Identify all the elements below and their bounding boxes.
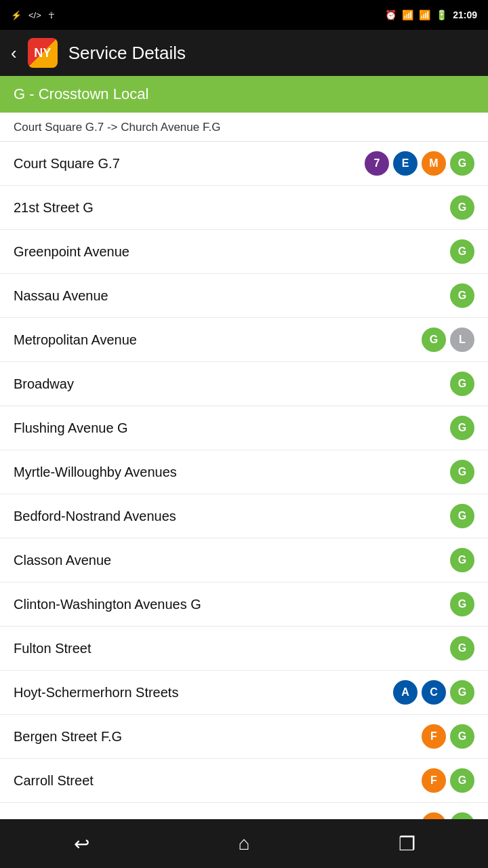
nav-recent-button[interactable]: ❒ (325, 819, 488, 868)
route-label: G - Crosstown Local (14, 85, 148, 102)
station-name: Court Square G.7 (14, 156, 365, 172)
station-row[interactable]: Bedford-Nostrand AvenuesG (0, 494, 488, 538)
page-title: Service Details (68, 43, 186, 64)
content-area: G - Crosstown Local Court Square G.7 -> … (0, 76, 488, 868)
station-list: Court Square G.77EMG21st Street GGGreenp… (0, 142, 488, 847)
battery-icon: 🔋 (436, 9, 447, 20)
line-badges: FG (422, 768, 474, 793)
wifi-icon: 📶 (402, 9, 413, 20)
station-row[interactable]: Hoyt-Schermerhorn StreetsACG (0, 671, 488, 715)
station-row[interactable]: Clinton-Washington Avenues GG (0, 583, 488, 627)
station-row[interactable]: 21st Street GG (0, 186, 488, 230)
alarm-icon: ⏰ (385, 9, 396, 20)
station-name: Bergen Street F.G (14, 729, 422, 745)
line-badge-g: G (450, 724, 474, 749)
line-badge-g: G (450, 195, 474, 220)
line-badges: G (450, 195, 474, 220)
station-name: Hoyt-Schermerhorn Streets (14, 685, 393, 701)
app-logo: NY (28, 38, 58, 68)
dev-icon: </> (28, 10, 41, 20)
line-badge-c: C (422, 680, 446, 705)
line-badge-g: G (450, 239, 474, 264)
line-badges: G (450, 283, 474, 308)
line-badge-g: G (450, 548, 474, 572)
direction-text: Court Square G.7 -> Church Avenue F.G (0, 113, 488, 142)
line-badge-g: G (450, 283, 474, 308)
station-row[interactable]: Flushing Avenue GG (0, 406, 488, 450)
line-badge-g: G (450, 504, 474, 528)
station-name: 21st Street G (14, 200, 450, 216)
line-badge-g: G (450, 151, 474, 176)
station-name: Fulton Street (14, 641, 450, 656)
station-row[interactable]: Classon AvenueG (0, 538, 488, 583)
station-name: Classon Avenue (14, 553, 450, 568)
line-badge-l: L (450, 328, 474, 352)
line-badges: G (450, 548, 474, 572)
signal-icon: 📶 (419, 9, 430, 20)
line-badge-g: G (450, 680, 474, 705)
station-name: Myrtle-Willoughby Avenues (14, 465, 450, 480)
line-badge-g: G (422, 328, 446, 352)
nav-back-button[interactable]: ↩ (0, 819, 163, 868)
station-row[interactable]: Bergen Street F.GFG (0, 715, 488, 759)
line-badge-f: F (422, 768, 446, 793)
line-badges: G (450, 416, 474, 440)
line-badges: ACG (393, 680, 474, 705)
app-bar: ‹ NY Service Details (0, 30, 488, 76)
status-bar: ⚡ </> ☥ ⏰ 📶 📶 🔋 21:09 (0, 0, 488, 30)
usb-icon: ⚡ (11, 10, 22, 20)
station-name: Metropolitan Avenue (14, 332, 422, 348)
status-left-icons: ⚡ </> ☥ (11, 10, 55, 20)
line-badges: G (450, 636, 474, 660)
station-name: Bedford-Nostrand Avenues (14, 509, 450, 524)
line-badge-f: F (422, 724, 446, 749)
station-row[interactable]: Metropolitan AvenueGL (0, 318, 488, 362)
line-badge-7: 7 (365, 151, 389, 176)
line-badges: G (450, 592, 474, 616)
route-header: G - Crosstown Local (0, 76, 488, 113)
line-badge-g: G (450, 592, 474, 616)
bottom-nav: ↩ ⌂ ❒ (0, 819, 488, 868)
android-icon: ☥ (48, 10, 55, 20)
line-badge-g: G (450, 636, 474, 660)
clock: 21:09 (453, 9, 477, 20)
station-name: Clinton-Washington Avenues G (14, 597, 450, 612)
station-row[interactable]: Fulton StreetG (0, 627, 488, 671)
station-row[interactable]: Carroll StreetFG (0, 759, 488, 803)
station-row[interactable]: Court Square G.77EMG (0, 142, 488, 186)
station-row[interactable]: Greenpoint AvenueG (0, 230, 488, 274)
nav-back-icon: ↩ (74, 833, 89, 855)
line-badge-m: M (422, 151, 446, 176)
station-row[interactable]: Nassau AvenueG (0, 274, 488, 318)
line-badges: GL (422, 328, 474, 352)
station-name: Flushing Avenue G (14, 420, 450, 436)
station-row[interactable]: BroadwayG (0, 362, 488, 406)
station-name: Nassau Avenue (14, 288, 450, 304)
nav-home-button[interactable]: ⌂ (163, 819, 325, 868)
line-badge-e: E (393, 151, 418, 176)
back-button[interactable]: ‹ (11, 43, 17, 64)
line-badges: G (450, 460, 474, 484)
line-badges: 7EMG (365, 151, 474, 176)
station-row[interactable]: Myrtle-Willoughby AvenuesG (0, 450, 488, 494)
line-badges: G (450, 372, 474, 396)
status-right: ⏰ 📶 📶 🔋 21:09 (385, 9, 477, 20)
line-badges: G (450, 504, 474, 528)
line-badge-a: A (393, 680, 418, 705)
line-badges: G (450, 239, 474, 264)
line-badge-g: G (450, 372, 474, 396)
station-name: Carroll Street (14, 773, 422, 789)
nav-recent-icon: ❒ (399, 833, 415, 855)
station-name: Greenpoint Avenue (14, 244, 450, 260)
station-name: Broadway (14, 376, 450, 392)
line-badge-g: G (450, 416, 474, 440)
line-badge-g: G (450, 768, 474, 793)
line-badges: FG (422, 724, 474, 749)
line-badge-g: G (450, 460, 474, 484)
nav-home-icon: ⌂ (239, 833, 250, 854)
